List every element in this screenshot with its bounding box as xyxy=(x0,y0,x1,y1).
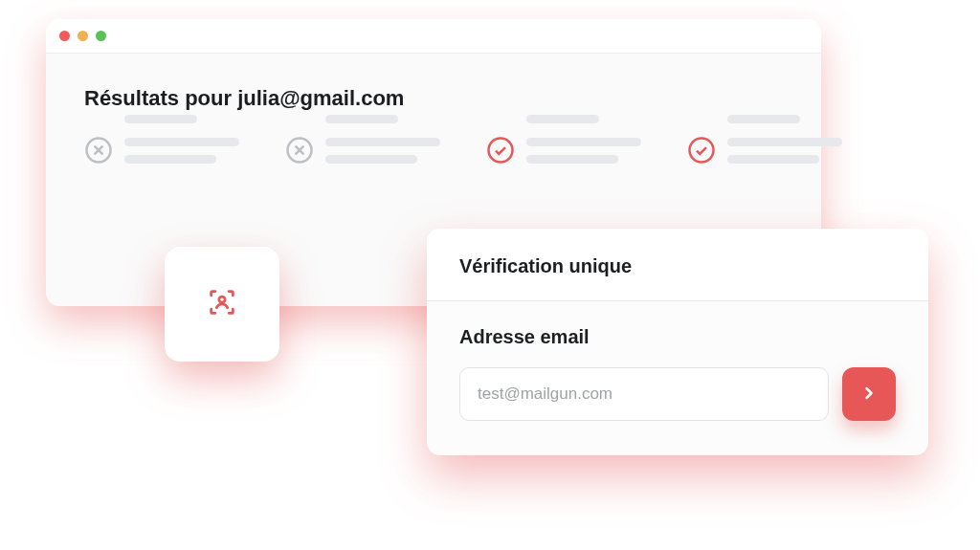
scan-user-icon xyxy=(206,286,238,322)
x-circle-icon xyxy=(84,136,113,165)
placeholder-bar xyxy=(124,115,197,123)
maximize-dot-icon[interactable] xyxy=(96,31,106,41)
placeholder-bar xyxy=(124,138,239,146)
email-field[interactable]: test@mailgun.com xyxy=(459,367,829,421)
results-row xyxy=(46,136,821,165)
result-item xyxy=(285,136,440,165)
placeholder-bar xyxy=(325,115,398,123)
close-dot-icon[interactable] xyxy=(59,31,70,41)
svg-point-4 xyxy=(219,297,225,302)
placeholder-bar xyxy=(526,155,618,164)
scan-badge xyxy=(165,247,279,362)
x-circle-icon xyxy=(285,136,314,165)
svg-point-2 xyxy=(489,139,513,163)
check-circle-icon xyxy=(486,136,515,165)
minimize-dot-icon[interactable] xyxy=(78,31,88,41)
verify-title: Vérification unique xyxy=(427,229,928,301)
placeholder-bar xyxy=(727,155,819,164)
submit-button[interactable] xyxy=(842,367,896,421)
placeholder-bar xyxy=(727,115,800,123)
verify-body: Adresse email test@mailgun.com xyxy=(427,301,928,455)
result-item xyxy=(84,136,239,165)
verify-card: Vérification unique Adresse email test@m… xyxy=(427,229,928,455)
placeholder-bar xyxy=(124,155,216,164)
check-circle-icon xyxy=(687,136,716,165)
placeholder-bar xyxy=(325,138,440,146)
email-placeholder-text: test@mailgun.com xyxy=(478,385,612,404)
result-item xyxy=(486,136,641,165)
window-titlebar xyxy=(46,19,821,54)
placeholder-bar xyxy=(526,115,599,123)
chevron-right-icon xyxy=(859,384,879,406)
placeholder-bar xyxy=(325,155,417,164)
results-heading: Résultats pour julia@gmail.com xyxy=(46,54,821,136)
placeholder-bar xyxy=(727,138,842,146)
svg-point-3 xyxy=(690,139,714,163)
result-item xyxy=(687,136,842,165)
email-label: Adresse email xyxy=(459,326,896,348)
placeholder-bar xyxy=(526,138,641,146)
